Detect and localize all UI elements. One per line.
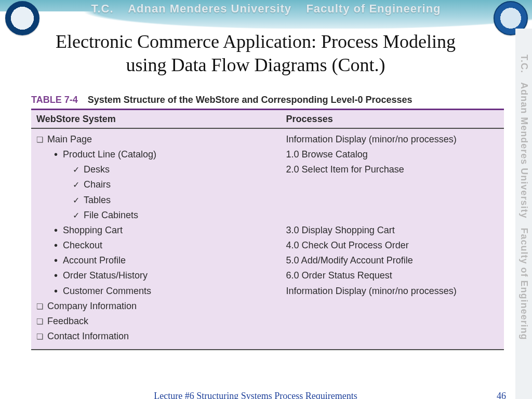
table-row: File Cabinets [36,208,499,223]
banner-text: T.C. Adnan Menderes University Faculty o… [0,2,532,16]
cell-system: Checkout [36,238,286,253]
cell-process: Information Display (minor/no processes) [286,284,499,299]
table-row: Desks2.0 Select Item for Purchase [36,162,499,177]
cell-system: Tables [36,193,286,208]
table-figure: TABLE 7-4 System Structure of the WebSto… [31,95,504,350]
table-row: Tables [36,193,499,208]
table-row: Customer CommentsInformation Display (mi… [36,284,499,299]
table-row: Feedback [36,314,499,329]
cell-process: 4.0 Check Out Process Order [286,238,499,253]
cell-process [286,177,499,192]
table-row: Product Line (Catalog)1.0 Browse Catalog [36,147,499,162]
cell-system: Feedback [36,314,286,329]
cell-process [286,208,499,223]
cell-system: Desks [36,162,286,177]
footer-page-number: 46 [497,391,506,399]
slide-title: Electronic Commerce Application: Process… [0,30,511,77]
cell-process: 2.0 Select Item for Purchase [286,162,499,177]
table-row: Account Profile5.0 Add/Modify Account Pr… [36,253,499,268]
table-row: Main PageInformation Display (minor/no p… [36,132,499,147]
cell-process: 1.0 Browse Catalog [286,147,499,162]
header-process: Processes [286,114,499,125]
table-label: TABLE 7-4 [31,95,78,105]
cell-process: 6.0 Order Status Request [286,268,499,283]
table-caption-text: System Structure of the WebStore and Cor… [88,95,413,105]
cell-system: Main Page [36,132,286,147]
title-line-1: Electronic Commerce Application: Process… [0,30,511,54]
cell-system: Product Line (Catalog) [36,147,286,162]
cell-process: 5.0 Add/Modify Account Profile [286,253,499,268]
header-system: WebStore System [36,114,286,125]
table: WebStore System Processes Main PageInfor… [31,109,504,350]
slide: T.C. Adnan Menderes University Faculty o… [0,0,532,399]
cell-system: Company Information [36,299,286,314]
top-banner: T.C. Adnan Menderes University Faculty o… [0,0,532,29]
table-row: Checkout4.0 Check Out Process Order [36,238,499,253]
table-body: Main PageInformation Display (minor/no p… [31,129,504,350]
right-watermark-stripe: T.C. Adnan Menderes University Faculty o… [515,29,532,399]
cell-process [286,193,499,208]
cell-process: Information Display (minor/no processes) [286,132,499,147]
cell-system: Shopping Cart [36,223,286,238]
cell-system: Chairs [36,177,286,192]
table-row: Order Status/History6.0 Order Status Req… [36,268,499,283]
right-watermark-text: T.C. Adnan Menderes University Faculty o… [518,55,529,340]
cell-system: Contact Information [36,329,286,344]
footer-title: Lecture #6 Structuring Systems Process R… [0,391,511,399]
table-row: Shopping Cart3.0 Display Shopping Cart [36,223,499,238]
cell-system: File Cabinets [36,208,286,223]
title-line-2: using Data Flow Diagrams (Cont.) [0,54,511,77]
table-header-row: WebStore System Processes [31,110,504,129]
table-row: Company Information [36,299,499,314]
table-row: Chairs [36,177,499,192]
cell-process [286,314,499,329]
table-caption: TABLE 7-4 System Structure of the WebSto… [31,95,504,105]
cell-system: Order Status/History [36,268,286,283]
cell-process [286,299,499,314]
cell-system: Customer Comments [36,284,286,299]
cell-system: Account Profile [36,253,286,268]
cell-process [286,329,499,344]
cell-process: 3.0 Display Shopping Cart [286,223,499,238]
table-row: Contact Information [36,329,499,344]
